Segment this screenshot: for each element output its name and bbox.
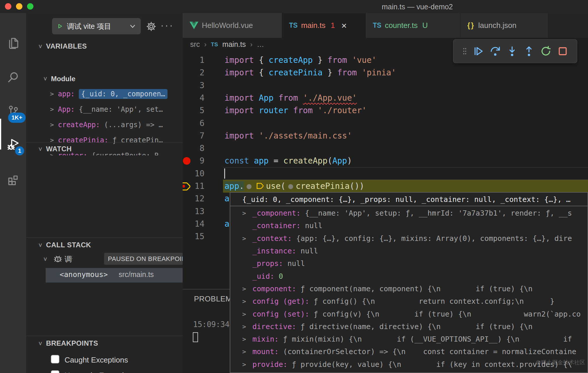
- watermark: @稀土掘金技术社区: [535, 359, 585, 366]
- chevron-down-icon: >: [37, 147, 44, 151]
- popup-property-row[interactable]: >mount: (containerOrSelector) => {\n con…: [230, 345, 588, 358]
- tab-label: counter.ts: [385, 21, 418, 30]
- code-line[interactable]: 11app.use(createPinia()): [183, 180, 588, 192]
- problems-tab[interactable]: PROBLEM: [194, 294, 230, 303]
- line-number[interactable]: 12: [183, 192, 204, 205]
- code-line[interactable]: 4import App from './App.vue': [183, 92, 588, 104]
- minimize-window-icon[interactable]: [16, 3, 22, 10]
- tab-helloworld-vue[interactable]: HelloWorld.vue: [183, 13, 282, 38]
- source-control-icon[interactable]: 1K+: [6, 104, 20, 118]
- inline-breakpoint-dot-icon[interactable]: [247, 184, 252, 189]
- popup-property-row[interactable]: >provide: ƒ provide(key, value) {\n if (…: [230, 358, 588, 371]
- line-number[interactable]: 8: [183, 142, 204, 154]
- popup-property-row[interactable]: >config (set): ƒ config(v) {\n if (true)…: [230, 308, 588, 320]
- caught-exceptions-checkbox[interactable]: [51, 355, 59, 363]
- code-line[interactable]: 6: [183, 117, 588, 129]
- vscode-window: main.ts — vue-demo2 1K+: [0, 0, 588, 373]
- code-token: import: [224, 106, 254, 115]
- variable-row[interactable]: >app:{_uid: 0, _componen…: [26, 86, 183, 102]
- code-token: createPinia: [269, 68, 322, 77]
- active-view-indicator: [0, 119, 1, 150]
- line-number[interactable]: 5: [183, 104, 204, 117]
- code-token: './assets/main.css': [259, 131, 352, 141]
- line-number[interactable]: 10: [183, 167, 204, 180]
- close-icon[interactable]: ×: [341, 21, 347, 30]
- breadcrumb[interactable]: src › TS main.ts › …: [190, 40, 264, 49]
- code-line[interactable]: 3: [183, 79, 588, 92]
- chevron-down-icon: >: [42, 77, 49, 81]
- popup-property-row[interactable]: >component: ƒ component(name, component)…: [230, 283, 588, 295]
- call-stack-section-header[interactable]: > CALL STACK: [26, 241, 183, 249]
- start-debug-icon: [57, 24, 63, 29]
- maximize-window-icon[interactable]: [27, 3, 33, 10]
- property-key: config (get):: [252, 297, 314, 305]
- code-line[interactable]: 2import { createPinia } from 'pinia': [183, 66, 588, 79]
- code-line[interactable]: 9const app = createApp(App): [183, 154, 588, 167]
- popup-property-row[interactable]: >_context: {app: {…}, config: {…}, mixin…: [230, 232, 588, 245]
- code-token: a: [224, 219, 229, 229]
- line-number[interactable]: 15: [183, 230, 204, 243]
- code-token: import: [224, 131, 254, 141]
- line-number[interactable]: 13: [183, 205, 204, 218]
- code-line[interactable]: 10: [183, 167, 588, 180]
- tab-main-ts[interactable]: TS main.ts 1 ×: [282, 13, 366, 38]
- variable-name: app:: [58, 90, 75, 98]
- popup-property-row[interactable]: >config (get): ƒ config() {\n return con…: [230, 295, 588, 308]
- section-title: VARIABLES: [46, 42, 87, 50]
- more-actions-icon[interactable]: ···: [161, 19, 174, 31]
- line-number[interactable]: 3: [183, 79, 204, 92]
- code-line[interactable]: 7import './assets/main.css': [183, 129, 588, 142]
- inline-breakpoint-dot-icon[interactable]: [288, 184, 293, 189]
- line-number[interactable]: 6: [183, 117, 204, 129]
- step-out-icon[interactable]: [523, 46, 534, 57]
- checkbox-label: Uncaught Exceptions: [65, 371, 136, 373]
- stop-icon[interactable]: [557, 46, 568, 57]
- popup-property-row[interactable]: >unmount: ƒ unmount() {\n if (isMounted)…: [230, 371, 588, 373]
- tab-counter-ts[interactable]: TS counter.ts U: [366, 13, 460, 38]
- line-number[interactable]: 9: [183, 154, 204, 167]
- run-and-debug-icon[interactable]: 1: [6, 137, 20, 151]
- line-number[interactable]: 1: [183, 54, 204, 66]
- close-window-icon[interactable]: [5, 3, 11, 10]
- tab-launch-json[interactable]: {} launch.json: [460, 13, 548, 38]
- line-number[interactable]: 2: [183, 66, 204, 79]
- code-line[interactable]: 5import router from './router': [183, 104, 588, 117]
- breadcrumb-symbol[interactable]: …: [257, 40, 264, 49]
- chevron-right-icon: >: [50, 136, 54, 144]
- code-token: .: [239, 181, 244, 191]
- line-number[interactable]: 11: [183, 180, 204, 192]
- breadcrumb-file[interactable]: main.ts: [222, 40, 246, 49]
- popup-property-row[interactable]: >mixin: ƒ mixin(mixin) {\n if (__VUE_OPT…: [230, 333, 588, 345]
- chevron-down-icon: [130, 24, 136, 28]
- property-key: component:: [252, 285, 301, 293]
- code-line[interactable]: 8: [183, 142, 588, 154]
- line-number[interactable]: 7: [183, 129, 204, 142]
- code-token: from: [278, 93, 298, 103]
- watch-section-header[interactable]: > WATCH: [26, 145, 183, 153]
- extensions-icon[interactable]: [6, 172, 20, 186]
- variables-section-header[interactable]: > VARIABLES: [26, 42, 183, 50]
- code-token: router: [259, 106, 288, 115]
- variables-scope-row[interactable]: > Module: [26, 71, 183, 86]
- line-number[interactable]: 14: [183, 218, 204, 230]
- continue-icon[interactable]: [473, 46, 484, 57]
- line-number[interactable]: 4: [183, 92, 204, 104]
- popup-property-row[interactable]: >directive: ƒ directive(name, directive)…: [230, 320, 588, 333]
- property-value: ƒ component(name, component) {\n if (tru…: [301, 285, 533, 293]
- popup-property-row[interactable]: >_component: {__name: 'App', setup: ƒ, _…: [230, 207, 588, 219]
- breakpoints-section-header[interactable]: > BREAKPOINTS: [26, 339, 183, 347]
- code-token: [347, 55, 352, 65]
- settings-gear-icon[interactable]: [145, 21, 157, 32]
- step-into-icon[interactable]: [507, 46, 518, 57]
- variable-row[interactable]: >createApp:(...args) => …: [26, 117, 183, 132]
- debug-config-dropdown[interactable]: 调试 vite 项目: [52, 18, 141, 34]
- property-value: null: [301, 247, 318, 255]
- step-over-icon[interactable]: [490, 46, 501, 57]
- search-icon[interactable]: [6, 70, 20, 84]
- restart-icon[interactable]: [540, 46, 551, 57]
- uncaught-exceptions-checkbox[interactable]: [51, 370, 59, 373]
- variable-row[interactable]: >App:{__name: 'App', set…: [26, 102, 183, 117]
- breadcrumb-folder[interactable]: src: [190, 40, 200, 49]
- drag-handle-icon[interactable]: [462, 47, 467, 55]
- explorer-icon[interactable]: [6, 36, 20, 50]
